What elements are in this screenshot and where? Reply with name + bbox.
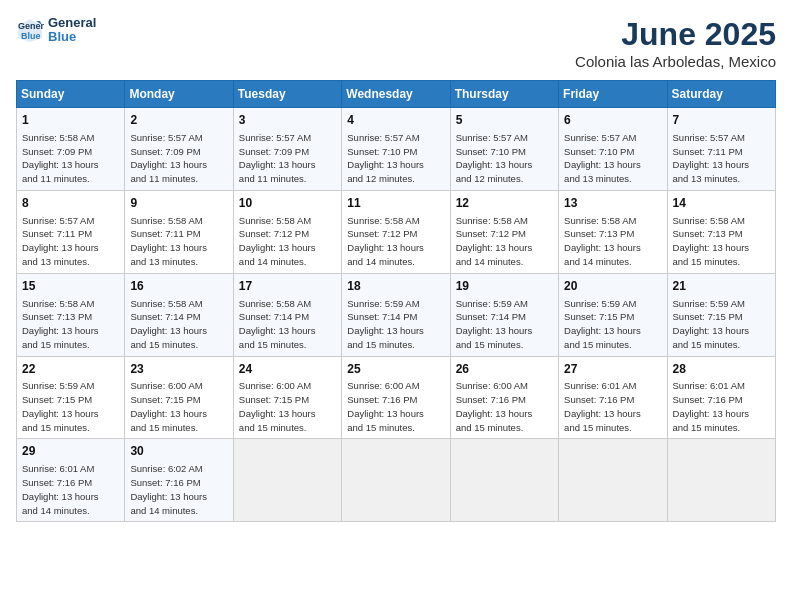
day-cell: 7Sunrise: 5:57 AMSunset: 7:11 PMDaylight… [667, 108, 775, 191]
day-info: Sunrise: 6:00 AMSunset: 7:15 PMDaylight:… [239, 379, 336, 434]
day-info: Sunrise: 5:59 AMSunset: 7:15 PMDaylight:… [564, 297, 661, 352]
day-cell [559, 439, 667, 522]
location-title: Colonia las Arboledas, Mexico [575, 53, 776, 70]
day-info: Sunrise: 5:57 AMSunset: 7:09 PMDaylight:… [130, 131, 227, 186]
logo-icon: General Blue [16, 16, 44, 44]
weekday-header-row: SundayMondayTuesdayWednesdayThursdayFrid… [17, 81, 776, 108]
day-info: Sunrise: 5:58 AMSunset: 7:14 PMDaylight:… [239, 297, 336, 352]
day-cell: 26Sunrise: 6:00 AMSunset: 7:16 PMDayligh… [450, 356, 558, 439]
day-number: 9 [130, 195, 227, 212]
day-info: Sunrise: 6:01 AMSunset: 7:16 PMDaylight:… [564, 379, 661, 434]
day-info: Sunrise: 5:58 AMSunset: 7:13 PMDaylight:… [22, 297, 119, 352]
weekday-header-monday: Monday [125, 81, 233, 108]
day-cell: 3Sunrise: 5:57 AMSunset: 7:09 PMDaylight… [233, 108, 341, 191]
day-number: 14 [673, 195, 770, 212]
day-cell: 19Sunrise: 5:59 AMSunset: 7:14 PMDayligh… [450, 273, 558, 356]
month-title: June 2025 [575, 16, 776, 53]
week-row-3: 15Sunrise: 5:58 AMSunset: 7:13 PMDayligh… [17, 273, 776, 356]
day-cell: 4Sunrise: 5:57 AMSunset: 7:10 PMDaylight… [342, 108, 450, 191]
day-info: Sunrise: 6:00 AMSunset: 7:16 PMDaylight:… [456, 379, 553, 434]
logo-line2: Blue [48, 30, 96, 44]
weekday-header-friday: Friday [559, 81, 667, 108]
day-cell: 22Sunrise: 5:59 AMSunset: 7:15 PMDayligh… [17, 356, 125, 439]
title-area: June 2025 Colonia las Arboledas, Mexico [575, 16, 776, 70]
day-cell: 23Sunrise: 6:00 AMSunset: 7:15 PMDayligh… [125, 356, 233, 439]
day-info: Sunrise: 5:57 AMSunset: 7:10 PMDaylight:… [456, 131, 553, 186]
day-number: 5 [456, 112, 553, 129]
day-info: Sunrise: 5:58 AMSunset: 7:09 PMDaylight:… [22, 131, 119, 186]
day-cell: 13Sunrise: 5:58 AMSunset: 7:13 PMDayligh… [559, 190, 667, 273]
day-cell: 10Sunrise: 5:58 AMSunset: 7:12 PMDayligh… [233, 190, 341, 273]
day-number: 10 [239, 195, 336, 212]
day-info: Sunrise: 5:59 AMSunset: 7:15 PMDaylight:… [673, 297, 770, 352]
day-cell: 16Sunrise: 5:58 AMSunset: 7:14 PMDayligh… [125, 273, 233, 356]
day-cell [667, 439, 775, 522]
day-info: Sunrise: 5:58 AMSunset: 7:13 PMDaylight:… [564, 214, 661, 269]
day-cell: 30Sunrise: 6:02 AMSunset: 7:16 PMDayligh… [125, 439, 233, 522]
weekday-header-saturday: Saturday [667, 81, 775, 108]
day-number: 6 [564, 112, 661, 129]
day-cell: 15Sunrise: 5:58 AMSunset: 7:13 PMDayligh… [17, 273, 125, 356]
day-info: Sunrise: 6:01 AMSunset: 7:16 PMDaylight:… [673, 379, 770, 434]
day-number: 26 [456, 361, 553, 378]
day-number: 2 [130, 112, 227, 129]
day-info: Sunrise: 5:57 AMSunset: 7:10 PMDaylight:… [564, 131, 661, 186]
day-info: Sunrise: 5:58 AMSunset: 7:12 PMDaylight:… [239, 214, 336, 269]
day-cell: 20Sunrise: 5:59 AMSunset: 7:15 PMDayligh… [559, 273, 667, 356]
weekday-header-tuesday: Tuesday [233, 81, 341, 108]
day-cell: 1Sunrise: 5:58 AMSunset: 7:09 PMDaylight… [17, 108, 125, 191]
day-number: 15 [22, 278, 119, 295]
day-cell: 25Sunrise: 6:00 AMSunset: 7:16 PMDayligh… [342, 356, 450, 439]
day-info: Sunrise: 5:59 AMSunset: 7:15 PMDaylight:… [22, 379, 119, 434]
day-number: 30 [130, 443, 227, 460]
day-cell: 9Sunrise: 5:58 AMSunset: 7:11 PMDaylight… [125, 190, 233, 273]
day-info: Sunrise: 5:58 AMSunset: 7:12 PMDaylight:… [456, 214, 553, 269]
day-info: Sunrise: 5:57 AMSunset: 7:09 PMDaylight:… [239, 131, 336, 186]
day-number: 22 [22, 361, 119, 378]
day-info: Sunrise: 6:01 AMSunset: 7:16 PMDaylight:… [22, 462, 119, 517]
day-number: 1 [22, 112, 119, 129]
day-info: Sunrise: 6:02 AMSunset: 7:16 PMDaylight:… [130, 462, 227, 517]
day-cell: 21Sunrise: 5:59 AMSunset: 7:15 PMDayligh… [667, 273, 775, 356]
day-cell: 8Sunrise: 5:57 AMSunset: 7:11 PMDaylight… [17, 190, 125, 273]
day-cell: 27Sunrise: 6:01 AMSunset: 7:16 PMDayligh… [559, 356, 667, 439]
day-number: 13 [564, 195, 661, 212]
day-number: 19 [456, 278, 553, 295]
day-cell: 17Sunrise: 5:58 AMSunset: 7:14 PMDayligh… [233, 273, 341, 356]
day-number: 24 [239, 361, 336, 378]
day-cell: 29Sunrise: 6:01 AMSunset: 7:16 PMDayligh… [17, 439, 125, 522]
day-cell [450, 439, 558, 522]
day-cell: 24Sunrise: 6:00 AMSunset: 7:15 PMDayligh… [233, 356, 341, 439]
day-number: 18 [347, 278, 444, 295]
day-number: 28 [673, 361, 770, 378]
day-info: Sunrise: 5:57 AMSunset: 7:11 PMDaylight:… [673, 131, 770, 186]
day-number: 20 [564, 278, 661, 295]
day-cell: 18Sunrise: 5:59 AMSunset: 7:14 PMDayligh… [342, 273, 450, 356]
day-cell: 11Sunrise: 5:58 AMSunset: 7:12 PMDayligh… [342, 190, 450, 273]
header: General Blue General Blue June 2025 Colo… [16, 16, 776, 70]
day-info: Sunrise: 5:59 AMSunset: 7:14 PMDaylight:… [347, 297, 444, 352]
week-row-4: 22Sunrise: 5:59 AMSunset: 7:15 PMDayligh… [17, 356, 776, 439]
day-info: Sunrise: 5:58 AMSunset: 7:13 PMDaylight:… [673, 214, 770, 269]
week-row-2: 8Sunrise: 5:57 AMSunset: 7:11 PMDaylight… [17, 190, 776, 273]
week-row-5: 29Sunrise: 6:01 AMSunset: 7:16 PMDayligh… [17, 439, 776, 522]
weekday-header-sunday: Sunday [17, 81, 125, 108]
day-number: 8 [22, 195, 119, 212]
day-cell: 28Sunrise: 6:01 AMSunset: 7:16 PMDayligh… [667, 356, 775, 439]
day-info: Sunrise: 6:00 AMSunset: 7:15 PMDaylight:… [130, 379, 227, 434]
day-number: 7 [673, 112, 770, 129]
day-number: 17 [239, 278, 336, 295]
day-number: 27 [564, 361, 661, 378]
day-cell: 14Sunrise: 5:58 AMSunset: 7:13 PMDayligh… [667, 190, 775, 273]
svg-text:Blue: Blue [21, 31, 41, 41]
day-number: 21 [673, 278, 770, 295]
day-info: Sunrise: 5:57 AMSunset: 7:10 PMDaylight:… [347, 131, 444, 186]
day-number: 16 [130, 278, 227, 295]
day-cell: 5Sunrise: 5:57 AMSunset: 7:10 PMDaylight… [450, 108, 558, 191]
day-cell [233, 439, 341, 522]
day-cell: 12Sunrise: 5:58 AMSunset: 7:12 PMDayligh… [450, 190, 558, 273]
day-info: Sunrise: 5:59 AMSunset: 7:14 PMDaylight:… [456, 297, 553, 352]
day-cell: 2Sunrise: 5:57 AMSunset: 7:09 PMDaylight… [125, 108, 233, 191]
day-info: Sunrise: 5:58 AMSunset: 7:12 PMDaylight:… [347, 214, 444, 269]
day-number: 11 [347, 195, 444, 212]
